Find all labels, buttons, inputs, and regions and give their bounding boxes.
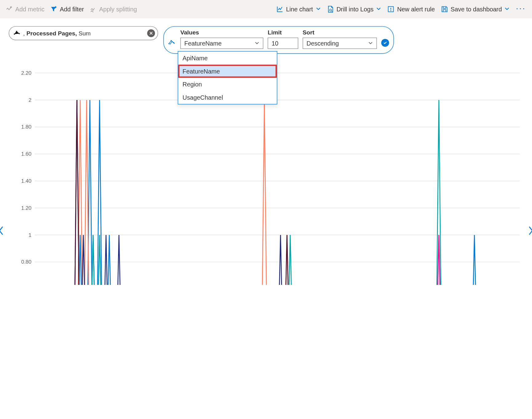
save-icon bbox=[441, 6, 448, 13]
svg-text:1: 1 bbox=[29, 232, 31, 238]
chart-nav-next[interactable] bbox=[527, 226, 532, 237]
limit-label: Limit bbox=[268, 29, 298, 36]
values-option[interactable]: ApiName bbox=[178, 52, 277, 65]
add-filter-button[interactable]: Add filter bbox=[51, 6, 84, 13]
svg-text:1.80: 1.80 bbox=[21, 124, 31, 130]
metric-text: , Processed Pages, Sum bbox=[23, 30, 147, 36]
svg-text:2.20: 2.20 bbox=[21, 70, 31, 76]
more-button[interactable]: ··· bbox=[516, 6, 526, 13]
add-metric-label: Add metric bbox=[15, 6, 45, 13]
controls-row: , Processed Pages, Sum Values FeatureNam… bbox=[0, 18, 532, 56]
line-chart-icon bbox=[276, 6, 284, 13]
chevron-down-icon bbox=[255, 40, 260, 47]
values-dropdown[interactable]: FeatureName bbox=[180, 38, 263, 49]
metric-icon bbox=[6, 6, 13, 12]
more-icon: ··· bbox=[516, 6, 526, 13]
sort-label: Sort bbox=[303, 29, 377, 36]
svg-text:1.60: 1.60 bbox=[21, 151, 31, 157]
values-option[interactable]: UsageChannel bbox=[178, 91, 277, 104]
svg-text:1.40: 1.40 bbox=[21, 178, 31, 184]
splitting-icon bbox=[168, 39, 176, 46]
new-alert-button[interactable]: New alert rule bbox=[387, 6, 435, 13]
chevron-down-icon bbox=[316, 6, 321, 13]
svg-text:2: 2 bbox=[29, 97, 31, 103]
drill-logs-button[interactable]: Drill into Logs bbox=[327, 6, 381, 13]
new-alert-label: New alert rule bbox=[397, 6, 435, 13]
save-dash-button[interactable]: Save to dashboard bbox=[441, 6, 510, 13]
values-dropdown-popup: ApiName FeatureName Region UsageChannel bbox=[178, 51, 277, 104]
values-label: Values bbox=[180, 29, 263, 36]
save-dash-label: Save to dashboard bbox=[451, 6, 502, 13]
svg-point-0 bbox=[329, 9, 331, 11]
toolbar: Add metric Add filter Apply splitting Li… bbox=[0, 0, 532, 18]
metric-pill[interactable]: , Processed Pages, Sum bbox=[9, 26, 158, 40]
alert-icon bbox=[387, 6, 395, 13]
sort-value: Descending bbox=[307, 40, 339, 47]
logs-icon bbox=[327, 6, 334, 13]
svg-text:1.20: 1.20 bbox=[21, 205, 31, 211]
chevron-down-icon bbox=[505, 6, 510, 13]
limit-input[interactable]: 10 bbox=[268, 38, 298, 49]
line-chart-button[interactable]: Line chart bbox=[276, 6, 321, 13]
metric-remove-button[interactable] bbox=[147, 29, 155, 37]
filter-icon bbox=[51, 6, 57, 12]
confirm-splitting-button[interactable] bbox=[381, 39, 389, 47]
values-option[interactable]: Region bbox=[178, 78, 277, 91]
splitting-icon bbox=[90, 6, 97, 12]
apply-splitting-button[interactable]: Apply splitting bbox=[90, 6, 137, 13]
chart-nav-prev[interactable] bbox=[0, 226, 4, 237]
sort-dropdown[interactable]: Descending bbox=[303, 38, 377, 49]
line-chart-label: Line chart bbox=[286, 6, 313, 13]
drill-logs-label: Drill into Logs bbox=[336, 6, 373, 13]
limit-value: 10 bbox=[272, 40, 278, 47]
values-value: FeatureName bbox=[184, 40, 222, 47]
add-metric-button[interactable]: Add metric bbox=[6, 6, 45, 13]
svg-text:0.80: 0.80 bbox=[21, 259, 31, 265]
metric-icon bbox=[14, 30, 21, 37]
values-option[interactable]: FeatureName bbox=[178, 65, 277, 78]
splitting-pill: Values FeatureName Limit 10 Sort Descend… bbox=[163, 26, 394, 54]
apply-splitting-label: Apply splitting bbox=[99, 6, 137, 13]
chevron-down-icon bbox=[368, 40, 373, 47]
svg-point-2 bbox=[391, 10, 391, 11]
add-filter-label: Add filter bbox=[60, 6, 84, 13]
chevron-down-icon bbox=[376, 6, 381, 13]
